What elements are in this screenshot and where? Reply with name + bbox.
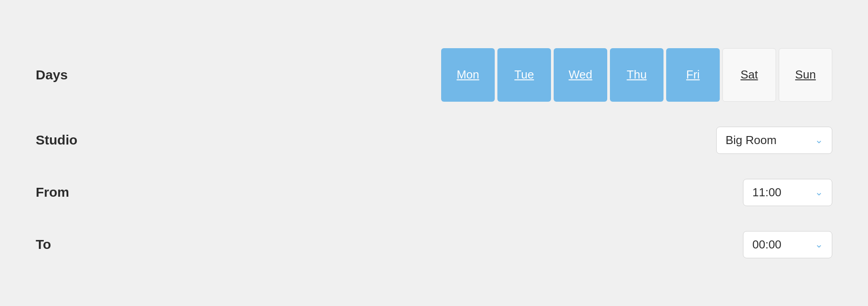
day-btn-wed[interactable]: Wed bbox=[554, 48, 607, 102]
day-btn-fri[interactable]: Fri bbox=[666, 48, 720, 102]
chevron-down-icon: ⌄ bbox=[815, 134, 823, 146]
from-value: 11:00 bbox=[752, 186, 781, 199]
from-dropdown[interactable]: 11:00 ⌄ bbox=[743, 179, 832, 206]
to-row: To 00:00 ⌄ bbox=[36, 219, 832, 271]
to-label: To bbox=[36, 237, 116, 252]
studio-value: Big Room bbox=[726, 133, 776, 147]
days-content: Mon Tue Wed Thu Fri Sat Sun bbox=[116, 48, 832, 102]
day-btn-sun[interactable]: Sun bbox=[779, 48, 832, 102]
chevron-down-icon: ⌄ bbox=[815, 186, 823, 198]
days-label: Days bbox=[36, 67, 116, 83]
days-buttons: Mon Tue Wed Thu Fri Sat Sun bbox=[441, 48, 832, 102]
studio-label: Studio bbox=[36, 132, 116, 148]
day-btn-mon[interactable]: Mon bbox=[441, 48, 495, 102]
day-btn-thu[interactable]: Thu bbox=[610, 48, 664, 102]
from-content: 11:00 ⌄ bbox=[116, 179, 832, 206]
day-btn-sat[interactable]: Sat bbox=[722, 48, 776, 102]
studio-content: Big Room ⌄ bbox=[116, 127, 832, 154]
from-label: From bbox=[36, 185, 116, 200]
to-value: 00:00 bbox=[752, 238, 781, 252]
chevron-down-icon: ⌄ bbox=[815, 239, 823, 250]
main-container: Days Mon Tue Wed Thu Fri Sat bbox=[0, 0, 868, 306]
to-dropdown[interactable]: 00:00 ⌄ bbox=[743, 231, 832, 258]
day-btn-tue[interactable]: Tue bbox=[497, 48, 551, 102]
studio-row: Studio Big Room ⌄ bbox=[36, 114, 832, 166]
from-row: From 11:00 ⌄ bbox=[36, 166, 832, 219]
to-content: 00:00 ⌄ bbox=[116, 231, 832, 258]
days-row: Days Mon Tue Wed Thu Fri Sat bbox=[36, 36, 832, 114]
studio-dropdown[interactable]: Big Room ⌄ bbox=[716, 127, 832, 154]
